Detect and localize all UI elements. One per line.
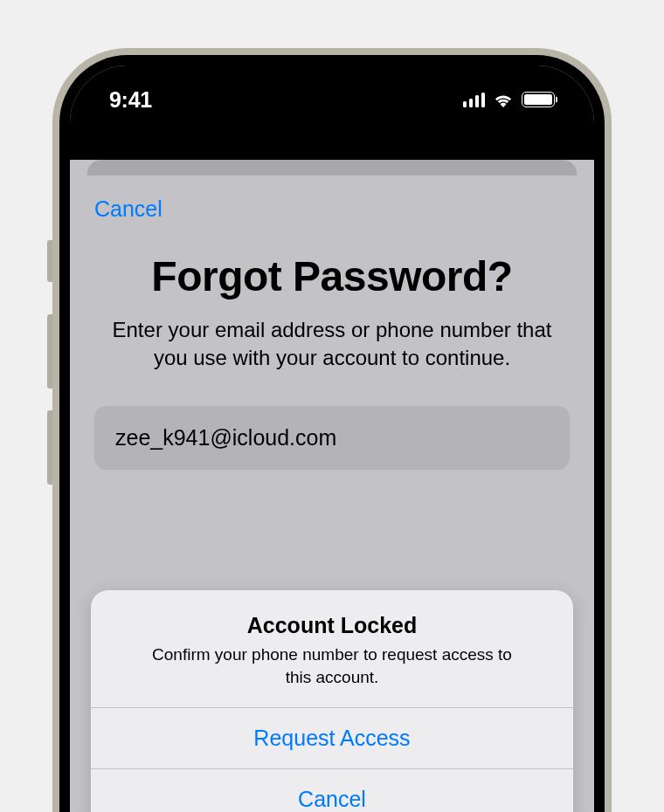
cancel-button[interactable]: Cancel [94,196,163,222]
alert-dialog: Account Locked Confirm your phone number… [91,590,573,812]
side-button [47,240,52,282]
modal-sheet: Cancel Forgot Password? Enter your email… [70,175,594,812]
status-icons [463,92,556,107]
phone-frame: 9:41 [52,48,612,812]
request-access-button[interactable]: Request Access [91,707,573,768]
email-field[interactable]: zee_k941@icloud.com [94,406,570,470]
status-bar: 9:41 [70,65,594,160]
page-title: Forgot Password? [94,252,570,300]
screen: 9:41 [70,65,594,812]
alert-message: Confirm your phone number to request acc… [112,643,552,688]
side-button [47,410,52,485]
phone-bezel: 9:41 [59,55,605,812]
status-time: 9:41 [109,87,152,113]
side-button [47,314,52,389]
page-subtitle: Enter your email address or phone number… [94,316,570,373]
dynamic-island [256,85,409,128]
battery-icon [522,92,555,107]
wifi-icon [493,92,514,107]
cellular-icon [463,93,486,107]
alert-body: Account Locked Confirm your phone number… [91,590,573,707]
alert-cancel-button[interactable]: Cancel [91,768,573,812]
alert-title: Account Locked [112,613,552,638]
